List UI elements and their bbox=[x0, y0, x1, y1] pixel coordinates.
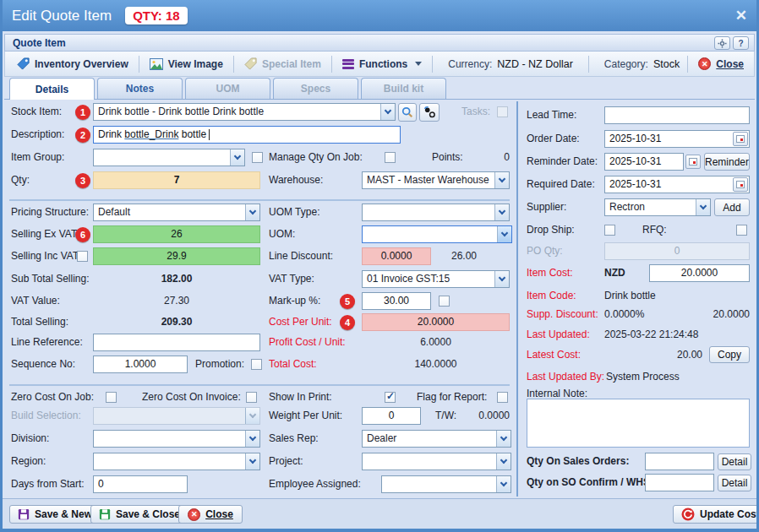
qty-input[interactable]: 7 bbox=[93, 171, 260, 189]
region-label: Region: bbox=[11, 453, 46, 470]
flag-for-report-checkbox[interactable] bbox=[497, 392, 508, 403]
stock-item-label: Stock Item: bbox=[11, 103, 62, 121]
tab-details[interactable]: Details bbox=[9, 78, 95, 100]
chevron-down-icon[interactable] bbox=[696, 199, 710, 215]
tab-notes[interactable]: Notes bbox=[97, 78, 183, 99]
chevron-down-icon[interactable] bbox=[494, 172, 509, 188]
project-label: Project: bbox=[269, 453, 303, 470]
line-reference-label: Line Reference: bbox=[11, 334, 83, 351]
uom-combo[interactable] bbox=[362, 225, 512, 243]
line-reference-input[interactable] bbox=[93, 334, 260, 351]
markup-checkbox[interactable] bbox=[439, 296, 450, 307]
view-image-button[interactable]: View Image bbox=[143, 54, 230, 74]
image-icon bbox=[150, 58, 163, 70]
qty-so-confirm-label: Qty on SO Confirm / WHS: bbox=[527, 474, 653, 491]
reminder-button[interactable]: Reminder bbox=[704, 153, 750, 171]
days-from-start-input[interactable]: 0 bbox=[93, 475, 188, 493]
weight-per-unit-input[interactable]: 0 bbox=[362, 407, 421, 425]
lead-time-input[interactable] bbox=[604, 106, 750, 124]
manage-qty-on-job-checkbox[interactable] bbox=[385, 152, 396, 163]
window-close-icon[interactable]: ✕ bbox=[735, 7, 747, 24]
chevron-down-icon[interactable] bbox=[494, 271, 509, 287]
category-value: Stock bbox=[653, 58, 680, 70]
uom-type-combo[interactable] bbox=[362, 204, 510, 221]
functions-button[interactable]: Functions bbox=[336, 54, 429, 74]
internal-note-textarea[interactable] bbox=[527, 399, 750, 448]
chevron-down-icon[interactable] bbox=[496, 476, 511, 492]
region-combo[interactable] bbox=[93, 453, 260, 470]
division-label: Division: bbox=[11, 430, 49, 448]
stock-search-button[interactable] bbox=[398, 103, 417, 122]
qty-so-confirm-input[interactable] bbox=[645, 474, 714, 491]
qty-sales-orders-input[interactable] bbox=[645, 453, 714, 470]
help-icon[interactable]: ? bbox=[733, 36, 749, 50]
selling-ex-vat-input[interactable]: 26 bbox=[93, 225, 260, 243]
rfq-checkbox[interactable] bbox=[736, 225, 747, 236]
item-cost-input[interactable]: 20.0000 bbox=[649, 264, 750, 282]
sales-rep-combo[interactable]: Dealer bbox=[362, 430, 511, 448]
qty-sales-orders-detail-button[interactable]: Detail bbox=[718, 453, 751, 470]
update-cost-button[interactable]: Update Cost bbox=[673, 505, 759, 524]
description-input[interactable]: Drink bottle_Drink bottle bbox=[93, 126, 401, 144]
sequence-no-input[interactable]: 1.0000 bbox=[93, 356, 188, 373]
chevron-down-icon[interactable] bbox=[230, 149, 244, 166]
chevron-down-icon[interactable] bbox=[380, 104, 395, 120]
zero-cost-on-invoice-checkbox[interactable] bbox=[246, 392, 257, 403]
chevron-down-icon[interactable] bbox=[496, 431, 511, 447]
cost-per-unit-input[interactable]: 20.0000 bbox=[362, 313, 510, 331]
line-discount-label: Line Discount: bbox=[269, 247, 333, 265]
uom-label: UOM: bbox=[269, 225, 295, 243]
gear-icon[interactable] bbox=[714, 36, 730, 50]
chevron-down-icon[interactable] bbox=[497, 226, 511, 242]
vat-type-combo[interactable]: 01 Invoice GST:15 bbox=[362, 270, 510, 288]
window-title: Edit Quote Item bbox=[12, 8, 112, 24]
tw-label: T/W: bbox=[435, 407, 456, 425]
markup-input[interactable]: 30.00 bbox=[362, 292, 431, 310]
employee-assigned-combo[interactable] bbox=[381, 475, 511, 493]
vat-value-label: VAT Value: bbox=[11, 292, 60, 310]
selling-ex-vat-label: Selling Ex VAT: bbox=[11, 225, 79, 243]
stock-item-combo[interactable]: Drink bottle - Drink bottle Drink bottle bbox=[93, 103, 396, 121]
chevron-down-icon[interactable] bbox=[245, 453, 259, 470]
required-date-input[interactable]: 2025-10-31 bbox=[604, 176, 750, 193]
selling-inc-vat-input[interactable]: 29.9 bbox=[93, 247, 260, 265]
calendar-icon[interactable] bbox=[733, 132, 748, 146]
chevron-down-icon[interactable] bbox=[496, 453, 511, 470]
zero-cost-on-job-checkbox[interactable] bbox=[106, 392, 117, 403]
tab-specs: Specs bbox=[273, 78, 358, 99]
inventory-overview-button[interactable]: Inventory Overview bbox=[10, 54, 135, 74]
line-discount-input[interactable]: 0.0000 bbox=[362, 247, 431, 265]
warehouse-combo[interactable]: MAST - Master Warehouse bbox=[362, 171, 510, 189]
division-combo[interactable] bbox=[93, 430, 260, 448]
linked-items-button[interactable] bbox=[419, 103, 440, 122]
flag-for-report-label: Flag for Report: bbox=[417, 388, 487, 406]
item-group-combo[interactable] bbox=[93, 149, 245, 166]
chevron-down-icon[interactable] bbox=[245, 431, 259, 447]
footer-close-button[interactable]: ✕ Close bbox=[178, 505, 243, 524]
order-date-input[interactable]: 2025-10-31 bbox=[604, 130, 750, 148]
qty-so-confirm-detail-button[interactable]: Detail bbox=[718, 475, 751, 491]
sequence-no-label: Sequence No: bbox=[11, 356, 75, 373]
latest-cost-label: Latest Cost: bbox=[527, 346, 581, 364]
project-combo[interactable] bbox=[362, 453, 511, 470]
save-and-new-button[interactable]: Save & New bbox=[9, 505, 101, 524]
calendar-icon[interactable] bbox=[685, 155, 701, 169]
drop-ship-checkbox[interactable] bbox=[604, 225, 615, 236]
toolbar-close-button[interactable]: ✕ Close bbox=[691, 54, 751, 74]
promotion-checkbox[interactable] bbox=[251, 359, 262, 370]
reminder-date-input[interactable]: 2025-10-31 bbox=[604, 153, 684, 171]
selling-inc-vat-checkbox[interactable] bbox=[77, 251, 88, 262]
show-in-print-checkbox[interactable] bbox=[385, 392, 396, 403]
pricing-structure-combo[interactable]: Default bbox=[93, 204, 260, 221]
item-group-checkbox[interactable] bbox=[252, 152, 263, 163]
save-and-close-button[interactable]: Save & Close bbox=[90, 505, 188, 524]
chevron-down-icon[interactable] bbox=[245, 204, 259, 220]
supplier-combo[interactable]: Rectron bbox=[604, 198, 711, 216]
reminder-date-label: Reminder Date: bbox=[527, 153, 598, 171]
step-badge-6: 6 bbox=[75, 227, 90, 242]
calendar-icon[interactable] bbox=[733, 177, 748, 192]
add-supplier-button[interactable]: Add bbox=[714, 198, 750, 216]
days-from-start-label: Days from Start: bbox=[11, 475, 85, 493]
copy-button[interactable]: Copy bbox=[709, 346, 750, 363]
chevron-down-icon[interactable] bbox=[494, 204, 509, 220]
